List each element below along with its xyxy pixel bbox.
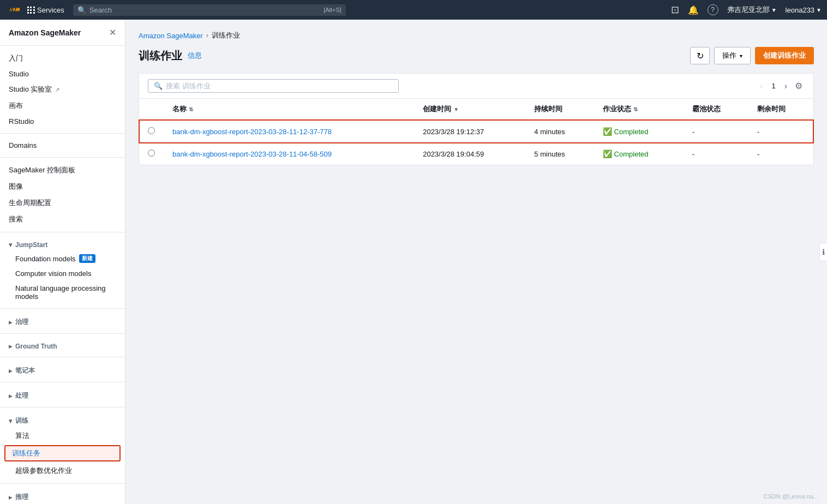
divider-3 xyxy=(0,232,125,232)
sidebar-item-domains[interactable]: Domains xyxy=(0,138,125,153)
sidebar-item-cv-models[interactable]: Computer vision models xyxy=(0,266,125,281)
info-panel-toggle[interactable]: ℹ xyxy=(819,243,827,261)
row2-select-cell[interactable] xyxy=(139,143,164,165)
info-toggle-icon: ℹ xyxy=(822,248,825,256)
row1-status-icon: ✅ xyxy=(603,127,612,136)
row2-duration-cell: 5 minutes xyxy=(525,143,594,165)
row2-radio[interactable] xyxy=(148,149,155,157)
row1-duration-cell: 4 minutes xyxy=(525,120,594,143)
sidebar-item-images[interactable]: 图像 xyxy=(0,178,125,195)
table-settings-button[interactable]: ⚙ xyxy=(793,80,805,92)
row2-created-cell: 2023/3/28 19:04:59 xyxy=(414,143,525,165)
table-search-input[interactable] xyxy=(166,82,393,90)
row1-radio[interactable] xyxy=(148,127,155,134)
pagination-next-button[interactable]: › xyxy=(782,80,789,92)
th-job-status-sort-icon: ⇅ xyxy=(633,106,638,112)
row2-duration-value: 5 minutes xyxy=(534,150,565,158)
sidebar-close-button[interactable]: ✕ xyxy=(109,27,116,38)
notebooks-label: 笔记本 xyxy=(15,366,35,375)
row2-name-link[interactable]: bank-dm-xgboost-report-2023-03-28-11-04-… xyxy=(172,150,332,158)
region-selector[interactable]: 弗吉尼亚北部 ▼ xyxy=(727,5,777,15)
sidebar-item-sagemaker-panel[interactable]: SageMaker 控制面板 xyxy=(0,162,125,178)
page-header: 训练作业 信息 ↻ 操作 ▾ 创建训练作业 xyxy=(139,47,814,64)
sidebar: Amazon SageMaker ✕ 入门 Studio Studio 实验室 … xyxy=(0,20,125,504)
create-training-job-button[interactable]: 创建训练作业 xyxy=(755,47,814,64)
grid-icon xyxy=(27,7,35,14)
sidebar-title: Amazon SageMaker xyxy=(9,28,81,37)
watermark: CSDN @Leona na... xyxy=(764,493,818,500)
row2-remaining-value: - xyxy=(757,150,759,158)
sidebar-section-processing[interactable]: ▸ 处理 xyxy=(0,387,125,403)
training-label: 训练 xyxy=(15,416,28,425)
th-created[interactable]: 创建时间 ▼ xyxy=(414,99,525,120)
sidebar-item-search[interactable]: 搜索 xyxy=(0,211,125,227)
breadcrumb-parent-link[interactable]: Amazon SageMaker xyxy=(139,32,203,40)
sidebar-section-notebooks[interactable]: ▸ 笔记本 xyxy=(0,362,125,377)
sidebar-item-rstudio[interactable]: RStudio xyxy=(0,114,125,129)
nav-right-group: ⊡ 🔔 ? 弗吉尼亚北部 ▼ leona233 ▼ xyxy=(671,4,822,16)
sidebar-item-canvas[interactable]: 画布 xyxy=(0,98,125,114)
sidebar-section-training[interactable]: ▾ 训练 xyxy=(0,412,125,428)
services-menu[interactable]: Services xyxy=(27,6,64,14)
sidebar-item-studio-lab[interactable]: Studio 实验室 ↗ xyxy=(0,81,125,98)
sidebar-item-training-jobs[interactable]: 训练任务 xyxy=(4,445,121,461)
divider-6 xyxy=(0,357,125,357)
processing-expand-icon: ▸ xyxy=(9,392,12,400)
actions-label: 操作 xyxy=(722,51,736,61)
row1-name-link[interactable]: bank-dm-xgboost-report-2023-03-28-11-12-… xyxy=(172,128,332,136)
region-label: 弗吉尼亚北部 xyxy=(727,5,770,15)
divider-1 xyxy=(0,133,125,134)
th-name[interactable]: 名称 ⇅ xyxy=(164,99,414,120)
sidebar-item-studio[interactable]: Studio xyxy=(0,67,125,81)
search-shortcut: [Alt+S] xyxy=(323,7,341,13)
new-badge: 新建 xyxy=(79,254,95,263)
page-info-link[interactable]: 信息 xyxy=(188,51,202,61)
sidebar-item-algorithms[interactable]: 算法 xyxy=(0,428,125,444)
global-search-input[interactable] xyxy=(89,6,323,14)
sidebar-section-governance[interactable]: ▸ 治理 xyxy=(0,313,125,329)
sidebar-section-ground-truth[interactable]: ▸ Ground Truth xyxy=(0,338,125,352)
services-label: Services xyxy=(37,6,64,14)
divider-4 xyxy=(0,308,125,309)
global-search-bar[interactable]: 🔍 [Alt+S] xyxy=(73,4,346,16)
row1-remaining-cell: - xyxy=(748,120,813,143)
notifications-icon[interactable]: 🔔 xyxy=(688,5,699,15)
page-actions: ↻ 操作 ▾ 创建训练作业 xyxy=(690,47,814,64)
terminal-icon[interactable]: ⊡ xyxy=(671,4,679,16)
sidebar-item-hyperparams[interactable]: 超级参数优化作业 xyxy=(0,463,125,479)
sidebar-item-rumen[interactable]: 入门 xyxy=(0,50,125,67)
th-job-status[interactable]: 作业状态 ⇅ xyxy=(594,99,684,120)
notebooks-expand-icon: ▸ xyxy=(9,367,12,375)
row1-name-cell: bank-dm-xgboost-report-2023-03-28-11-12-… xyxy=(164,120,414,143)
training-jobs-table: 名称 ⇅ 创建时间 ▼ 持续时间 xyxy=(139,99,813,165)
row2-status-icon: ✅ xyxy=(603,149,612,158)
sidebar-section-inference[interactable]: ▸ 推理 xyxy=(0,488,125,504)
row1-status-value: ✅ Completed xyxy=(603,127,675,136)
row1-select-cell[interactable] xyxy=(139,120,164,143)
th-billing-status: 霸池状态 xyxy=(684,99,748,120)
divider-9 xyxy=(0,483,125,484)
table-search-wrapper[interactable]: 🔍 xyxy=(148,79,399,93)
row2-created-value: 2023/3/28 19:04:59 xyxy=(423,150,484,158)
user-menu[interactable]: leona233 ▼ xyxy=(786,6,822,14)
row2-status-value: ✅ Completed xyxy=(603,149,675,158)
th-job-status-label: 作业状态 xyxy=(603,104,631,114)
jumpstart-collapse-icon: ▾ xyxy=(9,241,12,249)
refresh-button[interactable]: ↻ xyxy=(690,47,710,64)
sidebar-item-foundation-models[interactable]: Foundation models 新建 xyxy=(0,251,125,266)
ground-truth-label: Ground Truth xyxy=(15,343,57,350)
th-created-label: 创建时间 xyxy=(423,104,451,114)
help-icon[interactable]: ? xyxy=(708,4,718,15)
th-created-sort-icon: ▼ xyxy=(453,106,459,112)
sidebar-section-jumpstart[interactable]: ▾ JumpStart xyxy=(0,237,125,251)
pagination-current-page: 1 xyxy=(768,82,778,90)
sidebar-nav: 入门 Studio Studio 实验室 ↗ 画布 RStudio Domain… xyxy=(0,46,125,504)
sidebar-item-nlp-models[interactable]: Natural language processing models xyxy=(0,281,125,304)
th-select xyxy=(139,99,164,120)
pagination-prev-button[interactable]: ‹ xyxy=(758,80,765,92)
actions-button[interactable]: 操作 ▾ xyxy=(714,47,751,64)
jumpstart-label: JumpStart xyxy=(15,241,47,249)
aws-logo[interactable] xyxy=(5,5,21,15)
sidebar-header: Amazon SageMaker ✕ xyxy=(0,20,125,46)
sidebar-item-lifecycle[interactable]: 生命周期配置 xyxy=(0,195,125,211)
